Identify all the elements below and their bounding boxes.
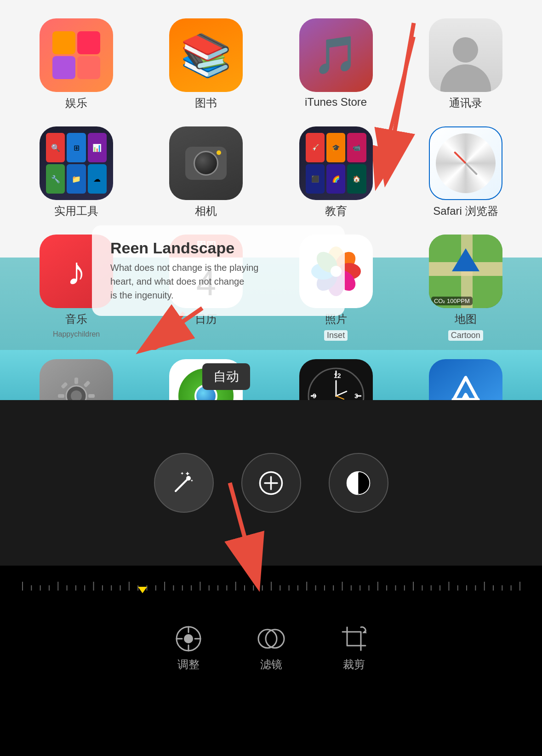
books-icon: 📚 [169,18,243,92]
svg-rect-15 [74,378,78,384]
timeline-marker[interactable] [138,587,147,593]
inset-label: Inset [324,330,348,341]
landscape-overlay: Reen Landscape What does not change is t… [92,225,345,316]
plus-icon [258,470,284,496]
safari-label: Safari 浏览器 [433,204,498,218]
app-itunes[interactable]: 🎵 iTunes Store [274,18,399,110]
app-utilities[interactable]: 🔍 ⊞ 📊 🔧 📁 ☁ 实用工具 [14,126,139,218]
filter-label: 滤镜 [260,657,282,672]
dock-row: 设置 查找 [0,355,542,400]
svg-line-41 [176,478,188,491]
appstore-icon [429,359,502,400]
utilities-icon: 🔍 ⊞ 📊 🔧 📁 ☁ [40,126,113,200]
crop-icon [340,625,368,653]
co2-badge: CO₂ 100PPM [431,297,473,305]
svg-rect-18 [88,394,95,398]
svg-point-53 [184,634,193,643]
toolbar-adjust[interactable]: 调整 [175,625,202,672]
landscape-subtitle: What does not change is the playingheart… [110,261,326,302]
toolbar-items: 调整 滤镜 裁 [175,598,368,690]
camera-icon [169,126,243,200]
contrast-button[interactable] [329,453,388,513]
filter-icon [257,625,285,653]
adjust-plus-button[interactable] [241,453,301,513]
settings-icon [40,359,113,400]
crop-label: 裁剪 [343,657,365,672]
svg-rect-17 [58,394,64,398]
adjust-label: 调整 [177,657,200,672]
svg-rect-19 [61,382,68,389]
landscape-title: Reen Landscape [110,239,326,257]
entertainment-icon [40,18,113,92]
music-label: 音乐 [65,312,87,326]
svg-text:9: 9 [313,392,316,400]
cartoon-label: Cartoon [448,330,483,341]
auto-badge: 自动 [202,363,250,390]
app-contacts[interactable]: 通讯录 [403,18,528,110]
education-icon: 🎸 🎓 📹 ⬛ 🌈 🏠 [299,126,373,200]
svg-text:3: 3 [354,392,358,400]
dock-appstore[interactable]: App Store [403,359,528,400]
contacts-label: 通讯录 [449,96,482,110]
photo-editor: ✦ ✦ ✦ [0,400,542,756]
app-row-1: 娱乐 📚 图书 🎵 iTunes Store [0,9,542,120]
contacts-icon [429,18,502,92]
svg-text:✦: ✦ [185,470,190,477]
dock-clock[interactable]: 12 3 6 9 时钟 [274,359,399,400]
maps-label: 地图 [455,312,477,326]
clock-icon: 12 3 6 9 [299,359,373,400]
dock-section: 设置 查找 [0,350,542,400]
adjust-icon [175,625,202,653]
svg-rect-22 [83,380,91,388]
app-books[interactable]: 📚 图书 [143,18,268,110]
magic-wand-icon: ✦ ✦ ✦ [171,470,196,496]
yin-yang-icon [346,470,371,496]
camera-label: 相机 [195,204,217,218]
utilities-label: 实用工具 [54,204,98,218]
timeline-ruler[interactable]: // We'll just hardcode a representative … [0,566,542,598]
svg-text:✦: ✦ [180,471,184,476]
app-camera[interactable]: 相机 [143,126,268,218]
entertainment-label: 娱乐 [65,96,87,110]
ruler-svg: // We'll just hardcode a representative … [9,573,533,591]
app-row-2: 🔍 ⊞ 📊 🔧 📁 ☁ 实用工具 [0,117,542,228]
education-label: 教育 [325,204,347,218]
appstore-a-svg [440,371,491,400]
itunes-icon: 🎵 [299,18,373,92]
app-safari[interactable]: Safari 浏览器 [403,126,528,218]
svg-point-51 [358,493,359,494]
settings-gear-svg [53,373,99,400]
books-label: 图书 [195,96,217,110]
app-maps[interactable]: CO₂ 100PPM 地图 Cartoon [403,235,528,341]
svg-text:✦: ✦ [190,479,194,483]
toolbar-filter[interactable]: 滤镜 [257,625,285,672]
safari-icon [429,126,502,200]
itunes-label: iTunes Store [305,96,367,109]
editor-controls: ✦ ✦ ✦ [0,400,542,566]
magic-wand-button[interactable]: ✦ ✦ ✦ [154,453,214,513]
clock-face-svg: 12 3 6 9 [306,366,366,400]
app-entertainment[interactable]: 娱乐 [14,18,139,110]
editor-toolbar: 调整 滤镜 裁 [0,598,542,690]
dock-settings[interactable]: 设置 [14,359,139,400]
toolbar-crop[interactable]: 裁剪 [340,625,368,672]
happychildren-label: Happychildren [53,330,100,338]
app-education[interactable]: 🎸 🎓 📹 ⬛ 🌈 🏠 教育 [274,126,399,218]
svg-text:12: 12 [334,372,341,379]
maps-icon: CO₂ 100PPM [429,235,502,308]
svg-point-50 [358,471,359,472]
